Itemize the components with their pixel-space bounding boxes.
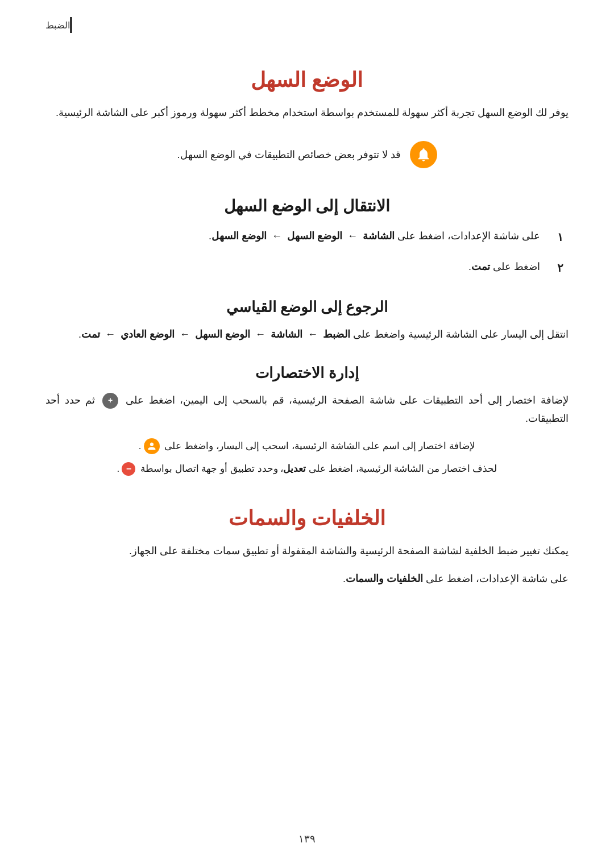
return-bold-2: الشاشة <box>271 329 302 340</box>
easy-mode-section: الوضع السهل يوفر لك الوضع السهل تجربة أك… <box>45 68 569 174</box>
top-bar-border <box>70 17 72 33</box>
note-text: قد لا تتوفر بعض خصائص التطبيقات في الوضع… <box>177 147 401 163</box>
easy-mode-title: الوضع السهل <box>45 68 569 92</box>
note-icon <box>410 141 437 168</box>
return-bold-1: الضبط <box>323 329 350 340</box>
backgrounds-title: الخلفيات والسمات <box>45 506 569 530</box>
step-1-bold-3: الوضع السهل <box>211 230 267 242</box>
step-2-number: ٢ <box>551 258 569 278</box>
easy-mode-description: يوفر لك الوضع السهل تجربة أكثر سهولة للم… <box>45 103 569 122</box>
minus-icon-circle: − <box>122 462 135 476</box>
bell-icon <box>416 147 432 163</box>
return-bold-3: الوضع السهل <box>195 329 250 340</box>
shortcuts-title: إدارة الاختصارات <box>45 364 569 382</box>
shortcut-item-1: لإضافة اختصار إلى اسم على الشاشة الرئيسي… <box>45 437 569 455</box>
step-1-number: ١ <box>551 227 569 247</box>
step-1: ١ على شاشة الإعدادات، اضغط على الشاشة ← … <box>45 227 569 247</box>
person-icon-circle <box>144 438 160 454</box>
step-1-bold-2: الوضع السهل <box>287 230 342 242</box>
top-bar: الضبط <box>45 17 79 33</box>
plus-icon-circle: + <box>102 393 118 409</box>
shortcuts-items: لإضافة اختصار إلى اسم على الشاشة الرئيسي… <box>45 437 569 479</box>
step-2: ٢ اضغط على تمت. <box>45 258 569 278</box>
edit-bold: تعديل <box>283 463 306 474</box>
switch-to-easy-section: الانتقال إلى الوضع السهل ١ على شاشة الإع… <box>45 197 569 278</box>
return-description: انتقل إلى اليسار على الشاشة الرئيسية واض… <box>45 325 569 343</box>
page-container: الضبط الوضع السهل يوفر لك الوضع السهل تج… <box>0 0 614 868</box>
shortcut-item-2: لحذف اختصار من الشاشة الرئيسية، اضغط على… <box>45 460 569 478</box>
arrow-1: ← <box>345 230 360 242</box>
return-to-standard-section: الرجوع إلى الوضع القياسي انتقل إلى اليسا… <box>45 298 569 343</box>
return-bold-4: الوضع العادي <box>121 329 175 340</box>
return-bold-5: تمت <box>81 329 100 340</box>
page-number: ١٣٩ <box>298 833 316 845</box>
backgrounds-desc-2: على شاشة الإعدادات، اضغط على الخلفيات وا… <box>45 570 569 588</box>
step-2-text: اضغط على تمت. <box>45 258 540 276</box>
steps-list: ١ على شاشة الإعدادات، اضغط على الشاشة ← … <box>45 227 569 278</box>
top-bar-label: الضبط <box>45 20 70 31</box>
backgrounds-bold: الخلفيات والسمات <box>346 573 423 584</box>
person-icon <box>147 442 156 451</box>
backgrounds-section: الخلفيات والسمات يمكنك تغيير ضبط الخلفية… <box>45 506 569 588</box>
arrow-2: ← <box>269 230 285 242</box>
step-2-bold: تمت <box>471 261 490 272</box>
manage-shortcuts-section: إدارة الاختصارات لإضافة اختصار إلى أحد ا… <box>45 364 569 478</box>
return-title: الرجوع إلى الوضع القياسي <box>45 298 569 316</box>
switch-to-easy-title: الانتقال إلى الوضع السهل <box>45 197 569 215</box>
backgrounds-desc-1: يمكنك تغيير ضبط الخلفية لشاشة الصفحة الر… <box>45 542 569 560</box>
note-box: قد لا تتوفر بعض خصائص التطبيقات في الوضع… <box>136 135 478 174</box>
shortcuts-intro: لإضافة اختصار إلى أحد التطبيقات على شاشة… <box>45 391 569 428</box>
step-1-bold-1: الشاشة <box>363 230 395 242</box>
step-1-text: على شاشة الإعدادات، اضغط على الشاشة ← ال… <box>45 227 540 245</box>
